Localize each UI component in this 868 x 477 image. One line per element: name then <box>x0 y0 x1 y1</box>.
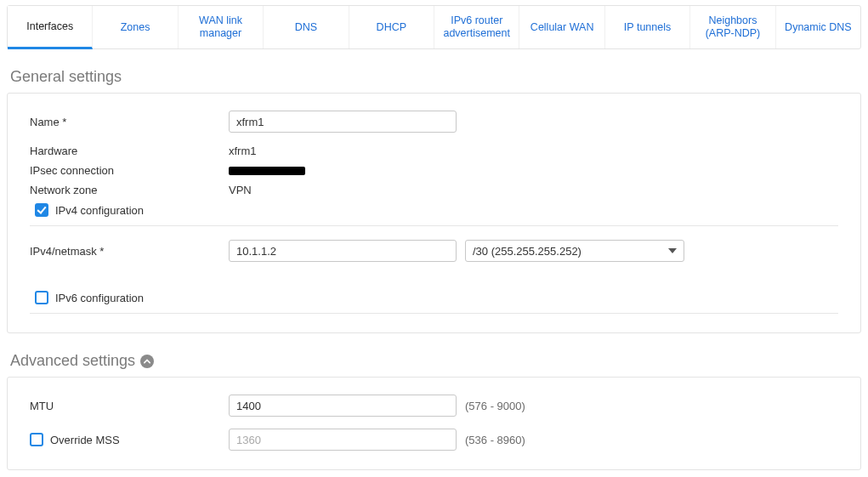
ipv6-configuration-checkbox[interactable] <box>35 291 48 304</box>
mss-input <box>229 429 457 451</box>
tab-zones[interactable]: Zones <box>93 6 178 48</box>
general-settings-panel: Name * Hardware xfrm1 IPsec connection N… <box>7 93 861 333</box>
network-zone-value: VPN <box>229 184 252 196</box>
tab-interfaces[interactable]: Interfaces <box>8 6 93 49</box>
tab-ipv6-router-advertisement[interactable]: IPv6 router advertisement <box>434 6 519 48</box>
tab-wan-link-manager[interactable]: WAN link manager <box>179 6 264 48</box>
network-zone-label: Network zone <box>30 184 229 196</box>
hardware-label: Hardware <box>30 145 229 157</box>
general-settings-title: General settings <box>10 68 861 86</box>
ipsec-connection-label: IPsec connection <box>30 164 229 177</box>
tab-cellular-wan[interactable]: Cellular WAN <box>519 6 604 48</box>
ipv6-configuration-label: IPv6 configuration <box>55 292 144 304</box>
mtu-label: MTU <box>30 400 229 412</box>
tab-dynamic-dns[interactable]: Dynamic DNS <box>776 6 860 48</box>
netmask-selected-value: /30 (255.255.255.252) <box>473 245 582 258</box>
ipv4-configuration-label: IPv4 configuration <box>55 204 144 217</box>
tab-neighbors[interactable]: Neighbors (ARP-NDP) <box>690 6 775 48</box>
override-mss-label: Override MSS <box>50 434 120 446</box>
netmask-select[interactable]: /30 (255.255.255.252) <box>465 240 684 262</box>
ipv4-netmask-label: IPv4/netmask * <box>30 245 229 258</box>
advanced-settings-panel: MTU (576 - 9000) Override MSS (536 - 896… <box>7 377 861 470</box>
divider <box>30 225 838 226</box>
tab-dns[interactable]: DNS <box>264 6 349 48</box>
name-input[interactable] <box>229 111 457 133</box>
advanced-settings-title[interactable]: Advanced settings <box>10 352 861 370</box>
ipsec-connection-value-redacted <box>229 167 305 175</box>
hardware-value: xfrm1 <box>229 145 257 157</box>
advanced-settings-title-text: Advanced settings <box>10 352 135 370</box>
mtu-hint: (576 - 9000) <box>465 400 525 412</box>
mtu-input[interactable] <box>229 395 457 417</box>
mss-hint: (536 - 8960) <box>465 434 525 446</box>
collapse-icon[interactable] <box>140 355 154 368</box>
name-label: Name * <box>30 116 229 128</box>
chevron-down-icon <box>668 248 677 253</box>
divider <box>30 313 838 314</box>
network-tabs: Interfaces Zones WAN link manager DNS DH… <box>7 5 861 49</box>
tab-dhcp[interactable]: DHCP <box>349 6 434 48</box>
ipv4-address-input[interactable] <box>229 240 457 262</box>
ipv4-configuration-checkbox[interactable] <box>35 203 48 217</box>
override-mss-checkbox[interactable] <box>30 433 43 446</box>
tab-ip-tunnels[interactable]: IP tunnels <box>605 6 690 48</box>
